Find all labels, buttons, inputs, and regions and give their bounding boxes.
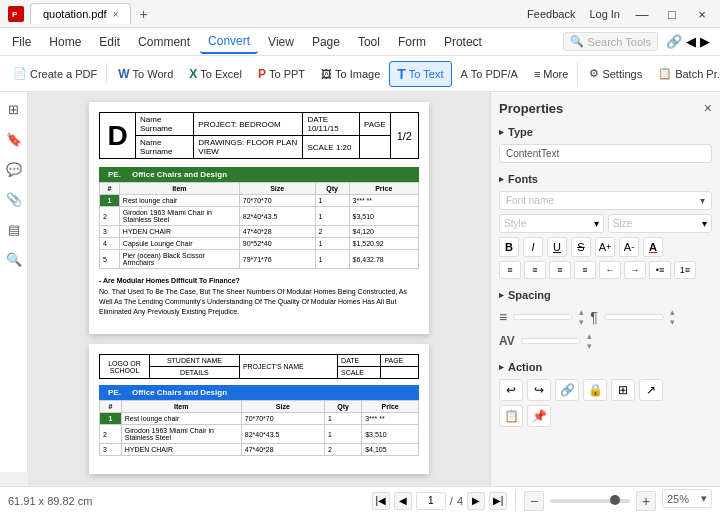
align-center-button[interactable]: ≡ xyxy=(524,261,546,279)
to-text-button[interactable]: T To Text xyxy=(389,61,451,87)
feedback-button[interactable]: Feedback xyxy=(521,6,581,22)
action-lock-button[interactable]: 🔒 xyxy=(583,379,607,401)
align-buttons: ≡ ≡ ≡ ≡ ← → •≡ 1≡ xyxy=(499,261,712,279)
to-ppt-button[interactable]: P To PPT xyxy=(251,63,312,85)
action-table-button[interactable]: ⊞ xyxy=(611,379,635,401)
more-button[interactable]: ≡ More xyxy=(527,64,575,84)
font-color-button[interactable]: A xyxy=(643,237,663,257)
font-style-dropdown[interactable]: Style ▾ xyxy=(499,214,604,233)
action-undo-button[interactable]: ↩ xyxy=(499,379,523,401)
to-word-button[interactable]: W To Word xyxy=(111,63,180,85)
login-button[interactable]: Log In xyxy=(583,6,626,22)
menu-file[interactable]: File xyxy=(4,31,39,53)
page2-date: DATE xyxy=(338,355,381,367)
zoom-in-button[interactable]: + xyxy=(636,491,656,511)
bullets-button[interactable]: •≡ xyxy=(649,261,671,279)
action-pin-button[interactable]: 📌 xyxy=(527,405,551,427)
zoom-level-display[interactable]: 25% ▾ xyxy=(662,489,712,508)
char-spacing-input[interactable] xyxy=(521,338,581,344)
tab-close-button[interactable]: × xyxy=(113,9,119,20)
menu-protect[interactable]: Protect xyxy=(436,31,490,53)
menu-view[interactable]: View xyxy=(260,31,302,53)
subscript-button[interactable]: A- xyxy=(619,237,639,257)
search-icon: 🔍 xyxy=(570,35,584,48)
action-link-button[interactable]: 🔗 xyxy=(555,379,579,401)
menu-tool[interactable]: Tool xyxy=(350,31,388,53)
page1-name2: Name Surname xyxy=(136,136,194,159)
to-excel-button[interactable]: X To Excel xyxy=(182,63,249,85)
menu-convert[interactable]: Convert xyxy=(200,30,258,54)
line-spacing-icon: ≡ xyxy=(499,309,507,325)
batch-button[interactable]: 📋 Batch Pr... xyxy=(651,63,720,84)
settings-button[interactable]: ⚙ Settings xyxy=(582,63,649,84)
strikethrough-button[interactable]: S xyxy=(571,237,591,257)
para-spacing-spinner[interactable]: ▴▾ xyxy=(670,307,675,327)
maximize-button[interactable]: □ xyxy=(658,0,686,28)
title-bar: P quotation.pdf × + Feedback Log In — □ … xyxy=(0,0,720,28)
menu-comment[interactable]: Comment xyxy=(130,31,198,53)
align-justify-button[interactable]: ≡ xyxy=(574,261,596,279)
para-spacing-input[interactable] xyxy=(604,314,664,320)
menu-page[interactable]: Page xyxy=(304,31,348,53)
search-tools[interactable]: 🔍 Search Tools xyxy=(563,32,658,51)
italic-button[interactable]: I xyxy=(523,237,543,257)
superscript-button[interactable]: A+ xyxy=(595,237,615,257)
page-number-input[interactable] xyxy=(416,492,446,510)
external-link-icon[interactable]: 🔗 xyxy=(666,34,682,49)
word-icon: W xyxy=(118,67,129,81)
sidebar-bookmark-icon[interactable]: 🔖 xyxy=(3,128,25,150)
sidebar-search-icon[interactable]: 🔍 xyxy=(3,248,25,270)
para-spacing-icon: ¶ xyxy=(590,309,598,325)
align-right-button[interactable]: ≡ xyxy=(549,261,571,279)
page2-table-title: PE. Office Chairs and Design xyxy=(99,385,419,400)
batch-icon: 📋 xyxy=(658,67,672,80)
table-row: 3 HYDEN CHAIR 47*40*28 2 $4,105 xyxy=(100,444,419,456)
sidebar-comment-icon[interactable]: 💬 xyxy=(3,158,25,180)
menu-home[interactable]: Home xyxy=(41,31,89,53)
first-page-button[interactable]: |◀ xyxy=(372,492,390,510)
zoom-out-button[interactable]: − xyxy=(524,491,544,511)
numbers-button[interactable]: 1≡ xyxy=(674,261,696,279)
close-button[interactable]: × xyxy=(688,0,716,28)
indent-decrease-button[interactable]: ← xyxy=(599,261,621,279)
sidebar-attach-icon[interactable]: 📎 xyxy=(3,188,25,210)
underline-button[interactable]: U xyxy=(547,237,567,257)
panel-close-button[interactable]: × xyxy=(704,100,712,116)
create-pdf-icon: 📄 xyxy=(13,67,27,80)
action-export-button[interactable]: ↗ xyxy=(639,379,663,401)
zoom-slider[interactable] xyxy=(550,499,630,503)
align-left-button[interactable]: ≡ xyxy=(499,261,521,279)
nav-back-icon[interactable]: ◀ xyxy=(686,34,696,49)
settings-icon: ⚙ xyxy=(589,67,599,80)
col-qty: Qty xyxy=(315,183,349,195)
to-pdfa-button[interactable]: A To PDF/A xyxy=(454,64,525,84)
action-redo-button[interactable]: ↪ xyxy=(527,379,551,401)
page1-text-body: No. That Used To Be The Case, But The Sh… xyxy=(99,287,419,316)
next-page-button[interactable]: ▶ xyxy=(467,492,485,510)
char-spacing-spinner[interactable]: ▴▾ xyxy=(587,331,592,351)
main-content: D Name Surname PROJECT: BEDROOM DATE 10/… xyxy=(28,92,490,486)
line-spacing-input[interactable] xyxy=(513,314,573,320)
last-page-button[interactable]: ▶| xyxy=(489,492,507,510)
indent-increase-button[interactable]: → xyxy=(624,261,646,279)
bold-button[interactable]: B xyxy=(499,237,519,257)
new-tab-button[interactable]: + xyxy=(131,2,155,26)
sidebar-thumbnail-icon[interactable]: ⊞ xyxy=(3,98,25,120)
table-row: 1 Rest lounge chair 70*70*70 1 3*** ** xyxy=(100,195,419,207)
menu-edit[interactable]: Edit xyxy=(91,31,128,53)
create-pdf-button[interactable]: 📄 Create a PDF xyxy=(6,63,104,84)
font-size-dropdown[interactable]: Size ▾ xyxy=(608,214,713,233)
page1-header-table: D Name Surname PROJECT: BEDROOM DATE 10/… xyxy=(99,112,419,159)
prev-page-button[interactable]: ◀ xyxy=(394,492,412,510)
font-family-dropdown[interactable]: Font name ▾ xyxy=(499,191,712,210)
minimize-button[interactable]: — xyxy=(628,0,656,28)
document-tab[interactable]: quotation.pdf × xyxy=(30,3,131,24)
to-image-button[interactable]: 🖼 To Image xyxy=(314,64,387,84)
nav-forward-icon[interactable]: ▶ xyxy=(700,34,710,49)
char-spacing-row: AV ▴▾ xyxy=(499,331,712,351)
sidebar-layers-icon[interactable]: ▤ xyxy=(3,218,25,240)
font-style-buttons: B I U S A+ A- A xyxy=(499,237,712,257)
menu-form[interactable]: Form xyxy=(390,31,434,53)
line-spacing-spinner[interactable]: ▴▾ xyxy=(579,307,584,327)
action-copy-button[interactable]: 📋 xyxy=(499,405,523,427)
